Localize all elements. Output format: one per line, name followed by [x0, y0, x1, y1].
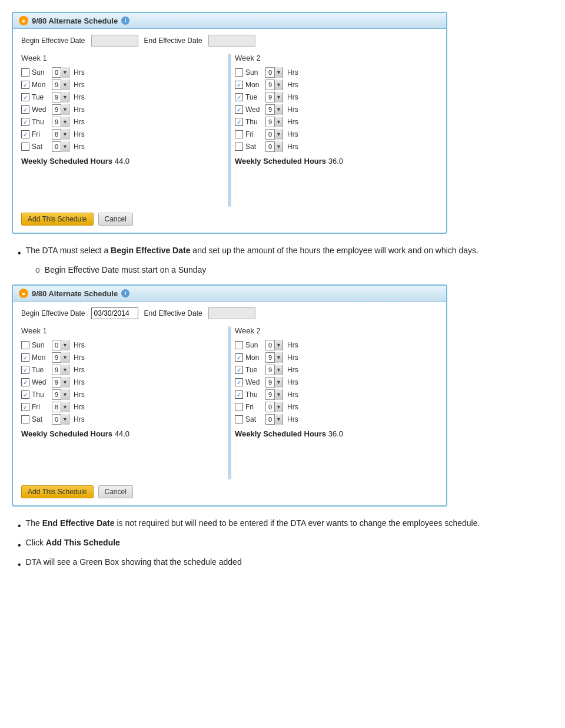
- day-checkbox-wed[interactable]: ✓: [235, 378, 243, 386]
- day-checkbox-thu[interactable]: ✓: [21, 391, 29, 399]
- hrs-select-fri[interactable]: 8▼: [52, 129, 69, 140]
- panel-header-2: ● 9/80 Alternate Schedule i: [13, 286, 446, 302]
- hrs-label-wed: Hrs: [287, 378, 298, 386]
- add-schedule-button-1[interactable]: Add This Schedule: [21, 213, 94, 226]
- hrs-select-tue[interactable]: 9▼: [52, 92, 69, 102]
- day-checkbox-sat[interactable]: [235, 415, 243, 423]
- hrs-select-mon[interactable]: 9▼: [265, 352, 283, 363]
- day-checkbox-thu[interactable]: ✓: [235, 118, 243, 126]
- hrs-select-wed[interactable]: 9▼: [52, 377, 69, 388]
- day-row-tue: ✓Tue9▼Hrs: [21, 365, 218, 375]
- bullet-text-3: Click Add This Schedule: [26, 537, 120, 549]
- day-checkbox-sun[interactable]: [21, 341, 29, 349]
- cancel-button-1[interactable]: Cancel: [98, 213, 133, 226]
- day-checkbox-tue[interactable]: ✓: [235, 93, 243, 101]
- hrs-select-thu[interactable]: 9▼: [52, 389, 69, 400]
- bullet-item-2: • The End Effective Date is not required…: [18, 517, 553, 533]
- day-row-fri: ✓Fri8▼Hrs: [21, 402, 218, 412]
- day-label-wed: Wed: [32, 105, 49, 114]
- day-row-thu: ✓Thu9▼Hrs: [235, 117, 432, 127]
- day-label-sat: Sat: [32, 143, 49, 151]
- week2-hours-val-2: 36.0: [328, 429, 343, 438]
- begin-label-2: Begin Effective Date: [21, 309, 85, 317]
- day-checkbox-sat[interactable]: [235, 143, 243, 151]
- cancel-button-2[interactable]: Cancel: [98, 485, 133, 498]
- week1-hours-val-2: 44.0: [115, 429, 129, 438]
- day-checkbox-tue[interactable]: ✓: [235, 366, 243, 374]
- hrs-select-sat[interactable]: 0▼: [265, 414, 283, 425]
- hrs-select-sun[interactable]: 0▼: [265, 340, 283, 350]
- day-row-sat: Sat0▼Hrs: [21, 141, 218, 152]
- info-icon-2[interactable]: i: [121, 289, 129, 297]
- hrs-select-wed[interactable]: 9▼: [52, 104, 69, 115]
- hrs-select-tue[interactable]: 9▼: [265, 365, 283, 375]
- hrs-select-thu[interactable]: 9▼: [52, 117, 69, 127]
- day-checkbox-thu[interactable]: ✓: [21, 118, 29, 126]
- hrs-select-fri[interactable]: 8▼: [52, 402, 69, 412]
- bullet-dot-4: •: [18, 558, 21, 572]
- hrs-select-sun[interactable]: 0▼: [52, 340, 69, 350]
- bullet-dot-3: •: [18, 538, 21, 552]
- add-schedule-button-2[interactable]: Add This Schedule: [21, 485, 94, 498]
- hrs-select-wed[interactable]: 9▼: [265, 377, 283, 388]
- day-checkbox-fri[interactable]: [235, 130, 243, 138]
- hrs-select-sat[interactable]: 0▼: [52, 141, 69, 152]
- day-checkbox-wed[interactable]: ✓: [235, 105, 243, 114]
- bold-end-date: End Effective Date: [42, 518, 115, 528]
- day-checkbox-sun[interactable]: [21, 68, 29, 77]
- day-row-wed: ✓Wed9▼Hrs: [21, 377, 218, 388]
- day-checkbox-mon[interactable]: ✓: [21, 81, 29, 89]
- hrs-select-sun[interactable]: 0▼: [265, 67, 283, 78]
- end-date-input-1[interactable]: [208, 35, 255, 47]
- day-checkbox-wed[interactable]: ✓: [21, 105, 29, 114]
- day-label-fri: Fri: [32, 130, 49, 138]
- hrs-select-mon[interactable]: 9▼: [52, 352, 69, 363]
- hrs-label-fri: Hrs: [287, 403, 298, 411]
- day-row-wed: ✓Wed9▼Hrs: [21, 104, 218, 115]
- day-checkbox-thu[interactable]: ✓: [235, 391, 243, 399]
- day-checkbox-fri[interactable]: [235, 403, 243, 411]
- panel-body-2: Begin Effective Date End Effective Date …: [13, 302, 446, 505]
- hrs-select-fri[interactable]: 0▼: [265, 402, 283, 412]
- hrs-label-tue: Hrs: [74, 93, 85, 101]
- action-row-2: Add This Schedule Cancel: [21, 485, 438, 498]
- orange-icon-2: ●: [19, 289, 28, 298]
- hrs-select-mon[interactable]: 9▼: [265, 80, 283, 90]
- day-checkbox-sat[interactable]: [21, 415, 29, 423]
- end-date-input-2[interactable]: [208, 307, 255, 319]
- day-checkbox-wed[interactable]: ✓: [21, 378, 29, 386]
- hrs-select-thu[interactable]: 9▼: [265, 389, 283, 400]
- day-row-fri: Fri0▼Hrs: [235, 402, 432, 412]
- hrs-label-sun: Hrs: [287, 68, 298, 77]
- day-checkbox-sun[interactable]: [235, 68, 243, 77]
- week2-title-1: Week 2: [235, 54, 432, 62]
- hrs-select-sun[interactable]: 0▼: [52, 67, 69, 78]
- hrs-select-mon[interactable]: 9▼: [52, 80, 69, 90]
- day-checkbox-fri[interactable]: ✓: [21, 403, 29, 411]
- hrs-select-wed[interactable]: 9▼: [265, 104, 283, 115]
- hrs-select-tue[interactable]: 9▼: [265, 92, 283, 102]
- begin-label-1: Begin Effective Date: [21, 37, 85, 45]
- day-checkbox-tue[interactable]: ✓: [21, 366, 29, 374]
- hrs-select-tue[interactable]: 9▼: [52, 365, 69, 375]
- day-checkbox-sun[interactable]: [235, 341, 243, 349]
- day-checkbox-sat[interactable]: [21, 143, 29, 151]
- day-checkbox-mon[interactable]: ✓: [235, 81, 243, 89]
- begin-date-input-2[interactable]: [91, 307, 138, 319]
- hrs-label-thu: Hrs: [74, 391, 85, 399]
- hrs-select-fri[interactable]: 0▼: [265, 129, 283, 140]
- bullet-text-4: DTA will see a Green Box showing that th…: [26, 556, 242, 568]
- end-label-2: End Effective Date: [144, 309, 202, 317]
- hrs-select-sat[interactable]: 0▼: [52, 414, 69, 425]
- day-checkbox-mon[interactable]: ✓: [235, 353, 243, 362]
- info-icon-1[interactable]: i: [121, 16, 129, 25]
- day-checkbox-tue[interactable]: ✓: [21, 93, 29, 101]
- hrs-select-sat[interactable]: 0▼: [265, 141, 283, 152]
- hrs-label-sun: Hrs: [287, 341, 298, 349]
- hrs-select-thu[interactable]: 9▼: [265, 117, 283, 127]
- hrs-label-wed: Hrs: [74, 105, 85, 114]
- day-checkbox-mon[interactable]: ✓: [21, 353, 29, 362]
- day-checkbox-fri[interactable]: ✓: [21, 130, 29, 138]
- begin-date-input-1[interactable]: [91, 35, 138, 47]
- hrs-label-mon: Hrs: [74, 81, 85, 89]
